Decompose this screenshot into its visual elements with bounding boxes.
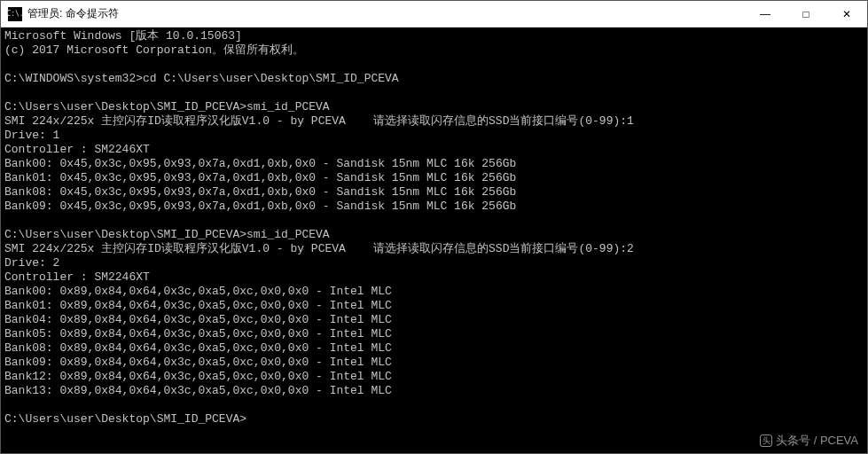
- console-line: Drive: 2: [4, 256, 59, 270]
- console-line: Bank13: 0x89,0x84,0x64,0x3c,0xa5,0xc,0x0…: [4, 384, 392, 397]
- watermark-icon: 头: [760, 434, 772, 447]
- console-line: Bank04: 0x89,0x84,0x64,0x3c,0xa5,0xc,0x0…: [4, 313, 392, 326]
- console-line: Bank09: 0x45,0x3c,0x95,0x93,0x7a,0xd1,0x…: [4, 200, 516, 213]
- console-line: Controller : SM2246XT: [4, 270, 150, 284]
- console-line: Microsoft Windows [版本 10.0.15063]: [4, 29, 242, 43]
- console-line: C:\WINDOWS\system32>cd C:\Users\user\Des…: [4, 72, 399, 85]
- console-line: SMI 224x/225x 主控闪存ID读取程序汉化版V1.0 - by PCE…: [4, 114, 634, 128]
- console-line: Drive: 1: [4, 129, 59, 142]
- console-line: SMI 224x/225x 主控闪存ID读取程序汉化版V1.0 - by PCE…: [4, 242, 634, 255]
- watermark-text: 头条号 / PCEVA: [776, 434, 858, 448]
- console-line: C:\Users\user\Desktop\SMI_ID_PCEVA>smi_i…: [4, 100, 330, 114]
- console-line: Bank00: 0x89,0x84,0x64,0x3c,0xa5,0xc,0x0…: [4, 285, 392, 298]
- close-button[interactable]: ✕: [826, 1, 867, 27]
- console-line: Bank00: 0x45,0x3c,0x95,0x93,0x7a,0xd1,0x…: [4, 157, 516, 170]
- titlebar[interactable]: C:\. 管理员: 命令提示符 — □ ✕: [1, 1, 867, 27]
- watermark: 头 头条号 / PCEVA: [760, 434, 858, 448]
- app-icon: C:\.: [8, 7, 22, 21]
- window-title: 管理员: 命令提示符: [27, 6, 745, 21]
- console-line: Bank08: 0x45,0x3c,0x95,0x93,0x7a,0xd1,0x…: [4, 185, 516, 199]
- console-output[interactable]: Microsoft Windows [版本 10.0.15063] (c) 20…: [1, 27, 867, 453]
- console-line: Controller : SM2246XT: [4, 143, 150, 156]
- console-line: Bank09: 0x89,0x84,0x64,0x3c,0xa5,0xc,0x0…: [4, 356, 392, 369]
- console-line: Bank12: 0x89,0x84,0x64,0x3c,0xa5,0xc,0x0…: [4, 370, 392, 383]
- maximize-button[interactable]: □: [786, 1, 826, 27]
- minimize-button[interactable]: —: [745, 1, 786, 27]
- console-line: Bank08: 0x89,0x84,0x64,0x3c,0xa5,0xc,0x0…: [4, 341, 392, 355]
- console-line: C:\Users\user\Desktop\SMI_ID_PCEVA>smi_i…: [4, 228, 330, 241]
- console-line: (c) 2017 Microsoft Corporation。保留所有权利。: [4, 43, 304, 57]
- console-line: C:\Users\user\Desktop\SMI_ID_PCEVA>: [4, 412, 246, 426]
- window-controls: — □ ✕: [745, 1, 867, 27]
- console-line: Bank01: 0x89,0x84,0x64,0x3c,0xa5,0xc,0x0…: [4, 299, 392, 312]
- console-line: Bank05: 0x89,0x84,0x64,0x3c,0xa5,0xc,0x0…: [4, 327, 392, 340]
- console-line: Bank01: 0x45,0x3c,0x95,0x93,0x7a,0xd1,0x…: [4, 171, 516, 184]
- cmd-window: C:\. 管理员: 命令提示符 — □ ✕ Microsoft Windows …: [0, 0, 868, 454]
